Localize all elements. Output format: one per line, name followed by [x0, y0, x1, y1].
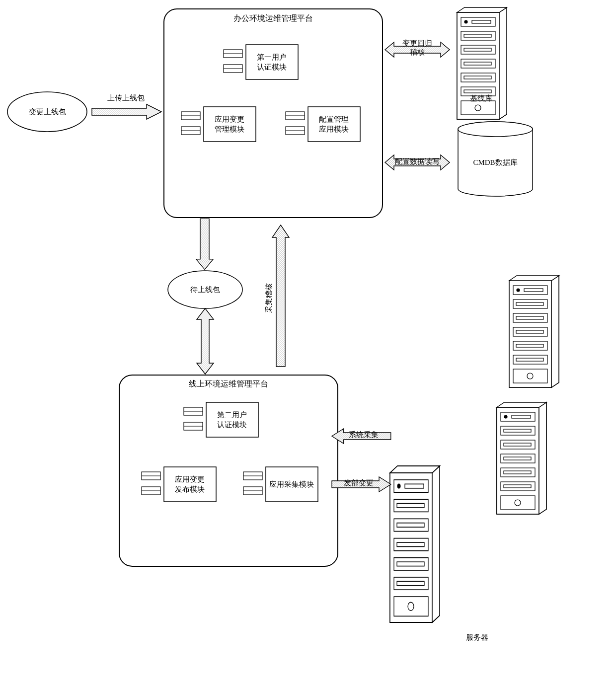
arrow-upload: [92, 104, 161, 119]
arrow-collect-audit: [272, 225, 289, 367]
svg-text:发部变更: 发部变更: [344, 479, 374, 487]
pending-package: 待上线包: [168, 271, 242, 308]
svg-text:变更回归: 变更回归: [402, 39, 432, 47]
svg-text:管理模块: 管理模块: [215, 125, 244, 133]
arrow-down-to-pending: [196, 219, 213, 270]
svg-text:应用变更: 应用变更: [215, 115, 244, 123]
server-icon-2: [509, 276, 559, 387]
svg-text:发布模块: 发布模块: [175, 485, 205, 493]
svg-text:应用模块: 应用模块: [319, 125, 349, 133]
server-icon-3: [497, 402, 546, 514]
online-platform: 线上环境运维管理平台 第二用户 认证模块 应用变更 发布模块 应用采集模块: [119, 375, 338, 566]
online-platform-title: 线上环境运维管理平台: [189, 380, 268, 388]
svg-text:稽核: 稽核: [410, 48, 425, 56]
server-icon-1: [390, 466, 440, 622]
baseline-server-icon: [457, 7, 507, 119]
svg-text:应用采集模块: 应用采集模块: [269, 480, 314, 488]
arrow-upload-label: 上传上线包: [107, 94, 145, 102]
cmdb-label: CMDB数据库: [473, 158, 517, 166]
office-platform-title: 办公环境运维管理平台: [233, 14, 313, 22]
arrow-collect-audit-label: 采集稽核: [265, 283, 273, 313]
servers-label: 服务器: [466, 633, 488, 641]
svg-text:配置管理: 配置管理: [319, 115, 349, 123]
svg-text:配置数据读写: 配置数据读写: [395, 157, 440, 165]
svg-text:第一用户: 第一用户: [257, 53, 287, 61]
arrow-pending-to-online: [197, 308, 214, 374]
svg-text:系统采集: 系统采集: [349, 431, 379, 439]
svg-text:待上线包: 待上线包: [190, 286, 220, 294]
svg-text:第二用户: 第二用户: [217, 411, 247, 419]
svg-text:变更上线包: 变更上线包: [29, 108, 66, 116]
office-platform: 办公环境运维管理平台 第一用户 认证模块 应用变更 管理模块 配置管理 应用模块: [164, 9, 383, 218]
svg-text:应用变更: 应用变更: [175, 475, 205, 483]
baseline-label: 基线库: [470, 94, 492, 102]
change-package: 变更上线包: [7, 92, 87, 132]
svg-text:认证模块: 认证模块: [217, 421, 247, 429]
svg-text:认证模块: 认证模块: [257, 63, 287, 71]
